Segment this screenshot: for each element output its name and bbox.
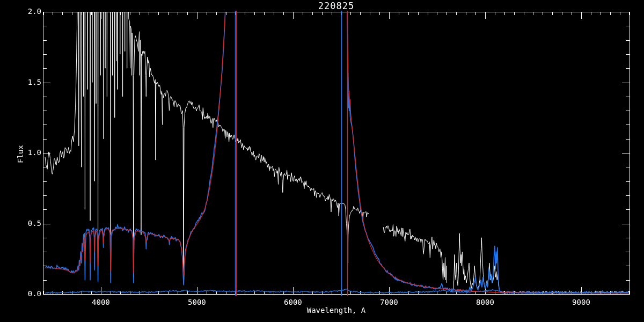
y-tick-label: 2.0 xyxy=(17,7,41,16)
x-axis-label: Wavelength, A xyxy=(43,306,630,314)
x-tick-label: 6000 xyxy=(272,298,314,306)
x-tick-label: 8000 xyxy=(464,298,507,306)
spectrum-canvas xyxy=(0,0,644,322)
x-tick-label: 4000 xyxy=(79,298,122,306)
y-tick-label: 0.0 xyxy=(17,289,41,298)
x-tick-label: 7000 xyxy=(368,298,411,306)
spectrum-plot-window: 220825 Wavelength, A Flux 40005000600070… xyxy=(0,0,644,322)
plot-title: 220825 xyxy=(43,1,630,11)
y-tick-label: 0.5 xyxy=(17,219,41,228)
y-tick-label: 1.0 xyxy=(17,148,41,157)
y-tick-label: 1.5 xyxy=(17,78,41,86)
x-tick-label: 9000 xyxy=(560,298,603,306)
x-tick-label: 5000 xyxy=(175,298,218,306)
